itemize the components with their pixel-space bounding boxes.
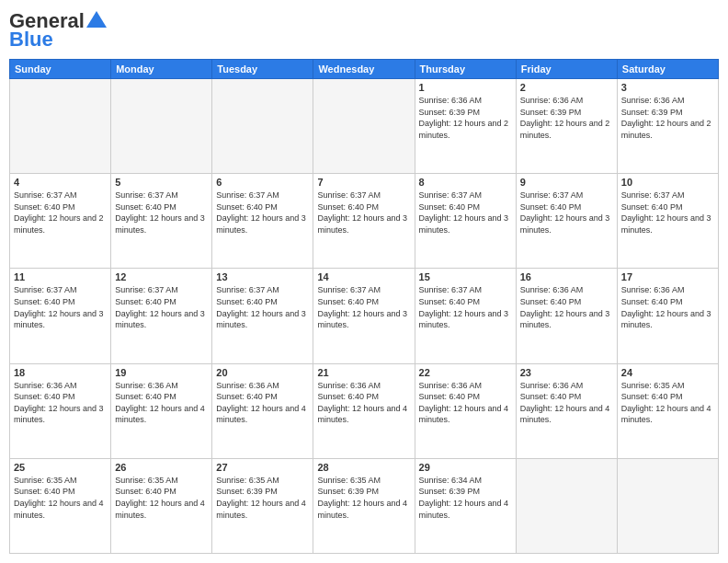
calendar-row-1: 4Sunrise: 6:37 AMSunset: 6:40 PMDaylight… <box>10 174 719 269</box>
calendar-row-4: 25Sunrise: 6:35 AMSunset: 6:40 PMDayligh… <box>10 458 719 553</box>
daylight-text: Daylight: 12 hours and 3 minutes. <box>419 308 512 331</box>
sunrise-text: Sunrise: 6:36 AM <box>520 380 613 392</box>
daylight-text: Daylight: 12 hours and 3 minutes. <box>14 403 107 426</box>
day-info: Sunrise: 6:37 AMSunset: 6:40 PMDaylight:… <box>419 190 512 236</box>
calendar-cell: 2Sunrise: 6:36 AMSunset: 6:39 PMDaylight… <box>516 79 617 174</box>
day-info: Sunrise: 6:36 AMSunset: 6:40 PMDaylight:… <box>115 380 208 426</box>
day-info: Sunrise: 6:35 AMSunset: 6:39 PMDaylight:… <box>317 475 410 521</box>
sunrise-text: Sunrise: 6:35 AM <box>216 475 309 487</box>
calendar-cell <box>10 79 111 174</box>
day-number: 7 <box>317 177 410 188</box>
sunset-text: Sunset: 6:40 PM <box>115 201 208 213</box>
day-number: 22 <box>419 367 512 378</box>
day-number: 23 <box>520 367 613 378</box>
calendar-page: General Blue SundayMondayTuesdayWednesda… <box>0 0 728 563</box>
sunset-text: Sunset: 6:40 PM <box>621 391 714 403</box>
calendar-cell <box>617 458 718 553</box>
sunset-text: Sunset: 6:39 PM <box>317 486 410 498</box>
day-info: Sunrise: 6:36 AMSunset: 6:39 PMDaylight:… <box>419 95 512 141</box>
day-number: 4 <box>14 177 107 188</box>
daylight-text: Daylight: 12 hours and 3 minutes. <box>520 213 613 236</box>
calendar-cell: 19Sunrise: 6:36 AMSunset: 6:40 PMDayligh… <box>111 363 212 458</box>
daylight-text: Daylight: 12 hours and 2 minutes. <box>520 118 613 141</box>
calendar-cell: 24Sunrise: 6:35 AMSunset: 6:40 PMDayligh… <box>617 363 718 458</box>
daylight-text: Daylight: 12 hours and 3 minutes. <box>621 213 714 236</box>
day-info: Sunrise: 6:37 AMSunset: 6:40 PMDaylight:… <box>621 190 714 236</box>
sunset-text: Sunset: 6:40 PM <box>419 296 512 308</box>
day-number: 24 <box>621 367 714 378</box>
sunset-text: Sunset: 6:40 PM <box>115 296 208 308</box>
daylight-text: Daylight: 12 hours and 3 minutes. <box>216 308 309 331</box>
calendar-cell: 15Sunrise: 6:37 AMSunset: 6:40 PMDayligh… <box>415 269 516 363</box>
header-cell-monday: Monday <box>111 60 212 79</box>
sunset-text: Sunset: 6:40 PM <box>419 391 512 403</box>
sunrise-text: Sunrise: 6:35 AM <box>317 475 410 487</box>
day-number: 21 <box>317 367 410 378</box>
calendar-cell: 29Sunrise: 6:34 AMSunset: 6:39 PMDayligh… <box>415 458 516 553</box>
calendar-cell: 22Sunrise: 6:36 AMSunset: 6:40 PMDayligh… <box>415 363 516 458</box>
sunset-text: Sunset: 6:40 PM <box>14 486 107 498</box>
sunrise-text: Sunrise: 6:37 AM <box>317 284 410 296</box>
sunset-text: Sunset: 6:40 PM <box>14 201 107 213</box>
day-number: 6 <box>216 177 309 188</box>
sunrise-text: Sunrise: 6:37 AM <box>14 190 107 201</box>
sunset-text: Sunset: 6:40 PM <box>216 201 309 213</box>
day-number: 19 <box>115 367 208 378</box>
day-number: 20 <box>216 367 309 378</box>
calendar-cell: 28Sunrise: 6:35 AMSunset: 6:39 PMDayligh… <box>313 458 415 553</box>
daylight-text: Daylight: 12 hours and 4 minutes. <box>419 403 512 426</box>
daylight-text: Daylight: 12 hours and 4 minutes. <box>419 498 512 521</box>
svg-marker-0 <box>86 11 107 28</box>
day-number: 3 <box>621 82 714 93</box>
daylight-text: Daylight: 12 hours and 3 minutes. <box>14 308 107 331</box>
day-info: Sunrise: 6:36 AMSunset: 6:39 PMDaylight:… <box>621 95 714 141</box>
day-info: Sunrise: 6:37 AMSunset: 6:40 PMDaylight:… <box>115 284 208 330</box>
daylight-text: Daylight: 12 hours and 4 minutes. <box>317 498 410 521</box>
header-cell-sunday: Sunday <box>10 60 111 79</box>
day-info: Sunrise: 6:36 AMSunset: 6:40 PMDaylight:… <box>520 380 613 426</box>
day-number: 29 <box>419 462 512 473</box>
sunset-text: Sunset: 6:40 PM <box>621 296 714 308</box>
day-number: 13 <box>216 271 309 282</box>
day-number: 5 <box>115 177 208 188</box>
day-number: 18 <box>14 367 107 378</box>
day-info: Sunrise: 6:37 AMSunset: 6:40 PMDaylight:… <box>419 284 512 330</box>
sunset-text: Sunset: 6:40 PM <box>520 296 613 308</box>
daylight-text: Daylight: 12 hours and 3 minutes. <box>115 308 208 331</box>
daylight-text: Daylight: 12 hours and 3 minutes. <box>317 213 410 236</box>
sunrise-text: Sunrise: 6:34 AM <box>419 475 512 487</box>
calendar-cell <box>313 79 415 174</box>
day-info: Sunrise: 6:34 AMSunset: 6:39 PMDaylight:… <box>419 475 512 521</box>
daylight-text: Daylight: 12 hours and 4 minutes. <box>115 403 208 426</box>
header-cell-tuesday: Tuesday <box>212 60 313 79</box>
day-info: Sunrise: 6:36 AMSunset: 6:40 PMDaylight:… <box>520 284 613 330</box>
day-info: Sunrise: 6:36 AMSunset: 6:40 PMDaylight:… <box>216 380 309 426</box>
day-info: Sunrise: 6:36 AMSunset: 6:39 PMDaylight:… <box>520 95 613 141</box>
calendar-row-0: 1Sunrise: 6:36 AMSunset: 6:39 PMDaylight… <box>10 79 719 174</box>
calendar-cell: 5Sunrise: 6:37 AMSunset: 6:40 PMDaylight… <box>111 174 212 269</box>
day-info: Sunrise: 6:36 AMSunset: 6:40 PMDaylight:… <box>317 380 410 426</box>
sunrise-text: Sunrise: 6:36 AM <box>419 95 512 107</box>
day-info: Sunrise: 6:37 AMSunset: 6:40 PMDaylight:… <box>14 284 107 330</box>
day-number: 15 <box>419 271 512 282</box>
sunrise-text: Sunrise: 6:35 AM <box>115 475 208 487</box>
sunset-text: Sunset: 6:40 PM <box>520 391 613 403</box>
day-number: 17 <box>621 271 714 282</box>
daylight-text: Daylight: 12 hours and 4 minutes. <box>115 498 208 521</box>
sunset-text: Sunset: 6:40 PM <box>216 296 309 308</box>
daylight-text: Daylight: 12 hours and 3 minutes. <box>216 213 309 236</box>
day-info: Sunrise: 6:37 AMSunset: 6:40 PMDaylight:… <box>520 190 613 236</box>
day-info: Sunrise: 6:37 AMSunset: 6:40 PMDaylight:… <box>216 284 309 330</box>
header-cell-wednesday: Wednesday <box>313 60 415 79</box>
calendar-table: SundayMondayTuesdayWednesdayThursdayFrid… <box>9 59 719 554</box>
calendar-cell: 1Sunrise: 6:36 AMSunset: 6:39 PMDaylight… <box>415 79 516 174</box>
header: General Blue <box>9 9 719 52</box>
sunset-text: Sunset: 6:40 PM <box>520 201 613 213</box>
day-number: 26 <box>115 462 208 473</box>
sunset-text: Sunset: 6:39 PM <box>621 107 714 119</box>
calendar-cell: 14Sunrise: 6:37 AMSunset: 6:40 PMDayligh… <box>313 269 415 363</box>
sunset-text: Sunset: 6:40 PM <box>14 296 107 308</box>
sunrise-text: Sunrise: 6:36 AM <box>520 95 613 107</box>
day-number: 16 <box>520 271 613 282</box>
daylight-text: Daylight: 12 hours and 3 minutes. <box>115 213 208 236</box>
